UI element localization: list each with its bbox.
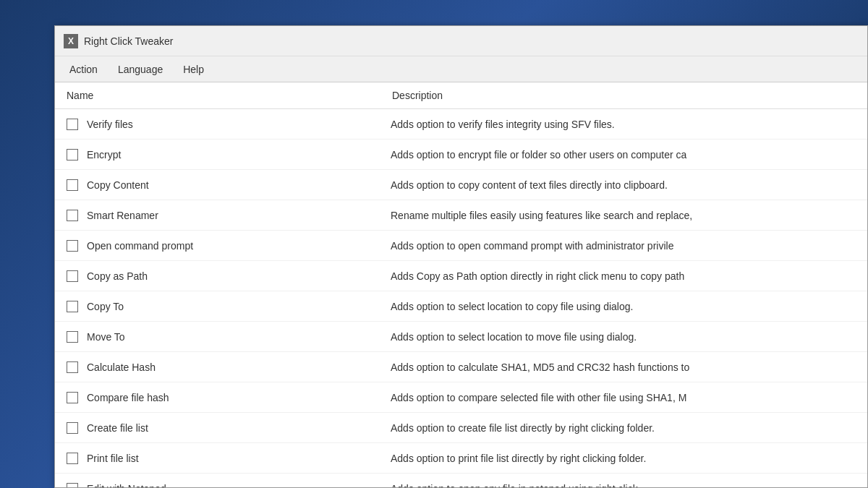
row-description: Adds option to copy content of text file… bbox=[391, 179, 856, 191]
row-checkbox[interactable] bbox=[67, 331, 78, 343]
row-name: Copy To bbox=[87, 301, 391, 312]
table-row: Create file listAdds option to create fi… bbox=[55, 413, 867, 443]
menu-item-language[interactable]: Language bbox=[109, 61, 171, 78]
row-checkbox[interactable] bbox=[67, 453, 78, 464]
table-row: Edit with NotepadAdds option to open any… bbox=[55, 474, 867, 487]
row-description: Adds option to encrypt file or folder so… bbox=[391, 149, 856, 160]
table-row: Print file listAdds option to print file… bbox=[55, 443, 867, 474]
row-checkbox[interactable] bbox=[67, 483, 78, 488]
row-name: Open command prompt bbox=[87, 240, 391, 252]
row-name: Copy as Path bbox=[87, 270, 391, 282]
row-description: Adds option to open any file in notepad … bbox=[391, 483, 856, 488]
table-row: Smart RenamerRename multiple files easil… bbox=[55, 200, 867, 231]
row-name: Create file list bbox=[87, 422, 391, 434]
table-row: Open command promptAdds option to open c… bbox=[55, 231, 867, 261]
row-checkbox[interactable] bbox=[67, 422, 78, 434]
table-row: Copy ToAdds option to select location to… bbox=[55, 291, 867, 322]
row-description: Adds option to calculate SHA1, MD5 and C… bbox=[391, 361, 856, 373]
row-description: Adds option to compare selected file wit… bbox=[391, 392, 856, 403]
table-header: Name Description bbox=[55, 82, 867, 109]
row-name: Calculate Hash bbox=[87, 361, 391, 373]
table-row: Move ToAdds option to select location to… bbox=[55, 322, 867, 352]
main-window: X Right Click Tweaker ActionLanguageHelp… bbox=[54, 25, 868, 488]
row-checkbox[interactable] bbox=[67, 210, 78, 221]
row-name: Compare file hash bbox=[87, 392, 391, 403]
table-row: Verify filesAdds option to verify files … bbox=[55, 109, 867, 140]
row-description: Adds option to print file list directly … bbox=[391, 453, 856, 464]
row-checkbox[interactable] bbox=[67, 240, 78, 252]
column-header-name: Name bbox=[67, 90, 392, 101]
menu-bar: ActionLanguageHelp bbox=[55, 56, 867, 82]
table-row: EncryptAdds option to encrypt file or fo… bbox=[55, 140, 867, 170]
row-name: Edit with Notepad bbox=[87, 483, 391, 488]
row-name: Move To bbox=[87, 331, 391, 343]
row-name: Print file list bbox=[87, 453, 391, 464]
row-name: Smart Renamer bbox=[87, 210, 391, 221]
row-checkbox[interactable] bbox=[67, 361, 78, 373]
row-checkbox[interactable] bbox=[67, 301, 78, 312]
title-bar: X Right Click Tweaker bbox=[55, 26, 867, 56]
row-checkbox[interactable] bbox=[67, 392, 78, 403]
row-description: Adds option to verify files integrity us… bbox=[391, 119, 856, 130]
menu-item-action[interactable]: Action bbox=[61, 61, 106, 78]
row-description: Adds Copy as Path option directly in rig… bbox=[391, 270, 856, 282]
window-title: Right Click Tweaker bbox=[84, 35, 173, 47]
table-row: Compare file hashAdds option to compare … bbox=[55, 382, 867, 413]
table-body: Verify filesAdds option to verify files … bbox=[55, 109, 867, 487]
row-name: Copy Content bbox=[87, 179, 391, 191]
table-row: Copy ContentAdds option to copy content … bbox=[55, 170, 867, 200]
row-name: Verify files bbox=[87, 119, 391, 130]
table-row: Calculate HashAdds option to calculate S… bbox=[55, 352, 867, 382]
row-checkbox[interactable] bbox=[67, 119, 78, 130]
row-name: Encrypt bbox=[87, 149, 391, 160]
row-description: Adds option to create file list directly… bbox=[391, 422, 856, 434]
app-icon: X bbox=[64, 34, 78, 48]
content-area: Name Description Verify filesAdds option… bbox=[55, 82, 867, 487]
row-description: Rename multiple files easily using featu… bbox=[391, 210, 856, 221]
row-checkbox[interactable] bbox=[67, 149, 78, 160]
table-row: Copy as PathAdds Copy as Path option dir… bbox=[55, 261, 867, 291]
row-checkbox[interactable] bbox=[67, 179, 78, 191]
menu-item-help[interactable]: Help bbox=[174, 61, 213, 78]
row-description: Adds option to select location to copy f… bbox=[391, 301, 856, 312]
row-description: Adds option to select location to move f… bbox=[391, 331, 856, 343]
row-checkbox[interactable] bbox=[67, 270, 78, 282]
row-description: Adds option to open command prompt with … bbox=[391, 240, 856, 252]
column-header-description: Description bbox=[392, 90, 856, 101]
